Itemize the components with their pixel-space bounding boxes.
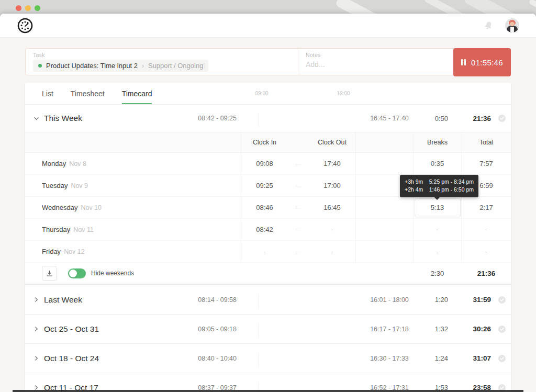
day-name: Friday <box>42 248 61 255</box>
clock-in-value[interactable]: 09:25 <box>241 182 288 189</box>
week-title: Oct 25 - Oct 31 <box>42 324 187 334</box>
tab-list[interactable]: List <box>42 83 53 104</box>
user-avatar[interactable] <box>505 18 519 32</box>
breaks-value[interactable]: - <box>414 219 462 240</box>
column-header-total: Total <box>462 139 511 146</box>
day-date: Nov 8 <box>69 160 86 167</box>
zoom-window-button[interactable] <box>35 5 40 11</box>
stop-timer-button[interactable]: 01:55:46 <box>453 48 511 76</box>
day-row-monday: Monday Nov 8 09:08 — 17:40 0:35 7:57 <box>25 153 511 175</box>
week-total: 30:26 <box>452 325 493 333</box>
break-range: 5:25 pm - 8:34 pm <box>429 178 474 186</box>
week-row-oct-25-31[interactable]: Oct 25 - Oct 31 09:05 - 09:18 16:17 - 17… <box>25 314 511 343</box>
tab-timesheet[interactable]: Timesheet <box>71 83 105 104</box>
total-value: - <box>462 226 511 233</box>
timeline-axis-label-0900: 09:00 <box>250 91 273 96</box>
day-row-friday: Friday Nov 12 - — - - - <box>25 241 511 263</box>
task-status-dot-icon <box>38 64 42 68</box>
task-section: Task Product Updates: Time input 2 › Sup… <box>26 49 298 75</box>
week-row-this-week[interactable]: This Week 08:42 - 09:25 16:45 - 17:40 0:… <box>25 105 511 132</box>
day-name: Thursday <box>42 226 70 233</box>
clock-out-value[interactable]: - <box>309 248 355 255</box>
week-title: Last Week <box>42 295 187 305</box>
clock-in-value[interactable]: - <box>241 248 288 255</box>
export-download-button[interactable] <box>42 266 57 281</box>
week-total: 31:59 <box>452 296 493 304</box>
chevron-right-icon[interactable] <box>34 297 42 303</box>
day-row-wednesday: Wednesday Nov 10 08:46 — 16:45 5:13 2:17 <box>25 197 511 219</box>
app-window: Task Product Updates: Time input 2 › Sup… <box>0 14 536 392</box>
chevron-down-icon[interactable] <box>34 116 42 121</box>
pause-icon <box>461 59 466 65</box>
week-breaks: 1:24 <box>419 354 452 362</box>
active-timer-bar: Task Product Updates: Time input 2 › Sup… <box>25 48 511 75</box>
approved-check-icon[interactable] <box>493 325 511 333</box>
day-name: Monday <box>42 160 66 167</box>
day-date: Nov 10 <box>81 204 102 211</box>
week-total: 21:36 <box>452 115 493 122</box>
breaks-edit-input[interactable]: 5:13 <box>415 198 461 217</box>
range-dash: — <box>288 226 309 233</box>
week-total: 31:07 <box>452 354 493 362</box>
task-breadcrumb: Support / Ongoing <box>148 62 204 70</box>
clock-out-value[interactable]: 16:45 <box>309 204 355 211</box>
chevron-right-icon[interactable] <box>34 326 42 332</box>
range-dash: — <box>288 204 309 211</box>
approved-check-icon[interactable] <box>493 296 511 304</box>
close-window-button[interactable] <box>16 5 21 11</box>
column-header-clock-in: Clock In <box>241 139 288 146</box>
approved-check-icon[interactable] <box>493 354 511 363</box>
hide-weekends-label: Hide weekends <box>91 270 134 277</box>
toggle-on-icon[interactable] <box>68 268 86 278</box>
hide-weekends-toggle[interactable]: Hide weekends <box>68 268 134 278</box>
week-breaks: 1:32 <box>419 325 452 333</box>
view-tabs: List Timesheet Timecard 09:00 19:00 <box>25 83 511 105</box>
breadcrumb-separator: › <box>142 62 144 70</box>
breaks-value[interactable]: 0:35 <box>414 153 462 174</box>
clock-in-value[interactable]: 08:42 <box>241 226 288 233</box>
clock-in-range: 08:14 - 09:58 <box>187 296 237 304</box>
task-title: Product Updates: Time input 2 <box>46 62 138 70</box>
notes-input[interactable] <box>306 60 439 69</box>
clock-in-value[interactable]: 08:46 <box>241 204 288 211</box>
timecard-table-header: Clock In Clock Out Breaks Total <box>25 132 511 153</box>
timecard-table-footer: Hide weekends 2:30 21:36 <box>25 263 511 285</box>
day-row-thursday: Thursday Nov 11 08:42 — - - - <box>25 219 511 241</box>
total-value: 2:17 <box>462 204 511 211</box>
approved-check-icon[interactable] <box>493 114 511 122</box>
day-date: Nov 9 <box>71 182 88 189</box>
clock-out-value[interactable]: 17:00 <box>309 182 355 189</box>
clock-out-range: 16:45 - 17:40 <box>360 115 419 122</box>
week-row-oct-18-24[interactable]: Oct 18 - Oct 24 08:40 - 10:40 16:30 - 17… <box>25 343 511 373</box>
break-delta: +3h 9m <box>405 178 423 186</box>
task-selector[interactable]: Product Updates: Time input 2 › Support … <box>33 60 208 72</box>
range-dash: — <box>288 160 309 167</box>
day-name: Tuesday <box>42 182 68 189</box>
clock-out-range: 16:30 - 17:33 <box>360 355 419 362</box>
tooltip-arrow <box>434 197 440 200</box>
clock-out-range: 16:17 - 17:18 <box>360 326 419 333</box>
chevron-right-icon[interactable] <box>34 355 42 361</box>
column-header-breaks: Breaks <box>414 132 462 152</box>
notifications-bell-icon[interactable] <box>483 20 494 31</box>
clock-in-range: 08:42 - 09:25 <box>187 115 237 122</box>
clock-out-value[interactable]: 17:40 <box>309 160 355 167</box>
clock-out-value[interactable]: - <box>309 226 355 233</box>
tab-timecard[interactable]: Timecard <box>122 83 152 104</box>
day-date: Nov 12 <box>64 248 85 255</box>
minimize-window-button[interactable] <box>25 5 31 11</box>
timer-dial-logo-icon[interactable] <box>17 17 34 34</box>
timer-value: 01:55:46 <box>471 58 503 67</box>
week-title: Oct 18 - Oct 24 <box>42 354 187 363</box>
week-breaks: 1:20 <box>419 296 452 304</box>
clock-in-value[interactable]: 09:08 <box>241 160 288 167</box>
week-row-oct-11-17[interactable]: Oct 11 - Oct 17 08:37 - 09:37 16:52 - 17… <box>25 373 511 392</box>
break-range: 1:46 pm - 6:50 pm <box>429 186 474 194</box>
week-row-last-week[interactable]: Last Week 08:14 - 09:58 16:01 - 18:00 1:… <box>25 285 511 314</box>
clock-in-range: 09:05 - 09:18 <box>187 326 237 333</box>
total-value: 7:57 <box>462 160 511 167</box>
breaks-value[interactable]: - <box>414 241 462 262</box>
window-bottom-shadow <box>13 390 523 392</box>
total-value: - <box>462 248 511 255</box>
range-dash: — <box>288 248 309 255</box>
